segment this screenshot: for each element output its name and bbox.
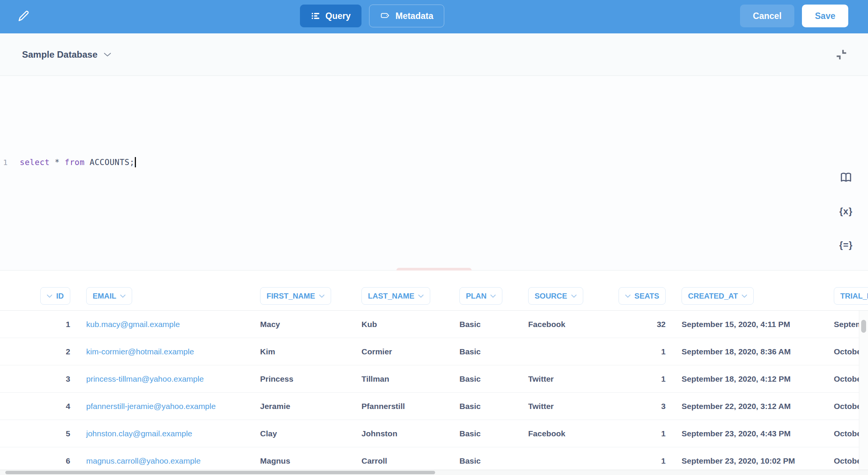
cell-id: 3 <box>23 374 76 384</box>
column-header-chip-first_name[interactable]: FIRST_NAME <box>260 287 331 305</box>
cell-email: pfannerstill-jeramie@yahoo.example <box>76 402 250 411</box>
column-label: FIRST_NAME <box>267 292 315 300</box>
results-panel: IDEMAILFIRST_NAMELAST_NAMEPLANSOURCESEAT… <box>0 271 868 475</box>
cell-id: 2 <box>23 347 76 356</box>
cell-plan: Basic <box>450 456 518 466</box>
line-number: 1 <box>3 158 8 167</box>
column-label: CREATED_AT <box>688 292 738 300</box>
column-label: SEATS <box>634 292 659 300</box>
column-label: EMAIL <box>93 292 116 300</box>
column-header-first_name: FIRST_NAME <box>250 287 352 310</box>
cell-first_name: Kim <box>250 347 352 356</box>
sql-token <box>85 158 90 167</box>
email-link[interactable]: princess-tillman@yahoo.example <box>86 374 204 383</box>
email-link[interactable]: johnston.clay@gmail.example <box>86 429 192 438</box>
cell-plan: Basic <box>450 320 518 329</box>
email-link[interactable]: kub.macy@gmail.example <box>86 320 180 329</box>
tab-metadata[interactable]: Metadata <box>369 5 444 27</box>
table-row: 4pfannerstill-jeramie@yahoo.exampleJeram… <box>0 393 868 420</box>
database-bar: Sample Database <box>0 33 868 76</box>
cancel-button[interactable]: Cancel <box>740 5 794 27</box>
column-header-plan: PLAN <box>450 287 518 310</box>
database-selector[interactable]: Sample Database <box>20 49 114 60</box>
cell-source: Facebook <box>518 320 600 329</box>
column-header-chip-id[interactable]: ID <box>40 287 70 305</box>
tab-query[interactable]: Query <box>300 5 361 27</box>
column-header-chip-plan[interactable]: PLAN <box>459 287 502 305</box>
email-link[interactable]: magnus.carroll@yahoo.example <box>86 456 200 465</box>
cell-seats: 1 <box>600 456 672 466</box>
horizontal-scrollbar <box>0 470 868 475</box>
column-header-id: ID <box>23 287 76 310</box>
email-link[interactable]: kim-cormier@hotmail.example <box>86 347 194 356</box>
list-icon <box>311 11 320 20</box>
sort-chevron-icon <box>742 294 747 298</box>
sql-editor[interactable]: 1 select * from ACCOUNTS; {x} {=} <box>0 76 868 271</box>
cell-plan: Basic <box>450 347 518 356</box>
cell-created_at: September 23, 2020, 10:02 PM <box>672 456 824 466</box>
table-body: 1kub.macy@gmail.exampleMacyKubBasicFaceb… <box>0 311 868 475</box>
column-label: TRIAL_ENDS_AT <box>840 292 868 300</box>
sql-token: ACCOUNTS; <box>90 158 134 167</box>
sort-chevron-icon <box>319 294 325 298</box>
vertical-scrollbar-thumb[interactable] <box>861 320 866 333</box>
cell-seats: 1 <box>600 429 672 438</box>
variables-icon[interactable]: {x} <box>835 200 857 223</box>
table-row: 3princess-tillman@yahoo.examplePrincessT… <box>0 365 868 393</box>
table-header-row: IDEMAILFIRST_NAMELAST_NAMEPLANSOURCESEAT… <box>0 271 868 311</box>
column-header-chip-last_name[interactable]: LAST_NAME <box>361 287 430 305</box>
editor-tabs: Query Metadata <box>300 5 444 27</box>
cell-id: 4 <box>23 402 76 411</box>
column-header-chip-trial_ends[interactable]: TRIAL_ENDS_AT <box>834 287 868 305</box>
column-label: SOURCE <box>535 292 567 300</box>
sort-chevron-icon <box>120 294 126 298</box>
cell-source: Twitter <box>518 374 600 384</box>
cell-source: Twitter <box>518 402 600 411</box>
top-actions: Cancel Save <box>740 5 848 27</box>
sql-token: from <box>65 158 85 167</box>
cell-first_name: Magnus <box>250 456 352 466</box>
save-button[interactable]: Save <box>802 5 848 27</box>
cell-created_at: September 22, 2020, 3:12 AM <box>672 402 824 411</box>
snippets-icon[interactable]: {=} <box>835 234 857 256</box>
column-header-last_name: LAST_NAME <box>352 287 450 310</box>
sql-token: * <box>55 158 60 167</box>
editor-sidebar-rail: {x} {=} <box>832 166 860 267</box>
column-label: PLAN <box>466 292 486 300</box>
column-header-chip-created_at[interactable]: CREATED_AT <box>682 287 754 305</box>
cell-email: princess-tillman@yahoo.example <box>76 374 250 384</box>
sort-chevron-icon <box>625 294 631 298</box>
tab-metadata-label: Metadata <box>395 11 433 21</box>
column-header-chip-source[interactable]: SOURCE <box>528 287 583 305</box>
cell-seats: 1 <box>600 347 672 356</box>
cell-first_name: Princess <box>250 374 352 384</box>
vertical-scrollbar <box>859 311 868 470</box>
cell-id: 1 <box>23 320 76 329</box>
horizontal-scrollbar-thumb[interactable] <box>5 471 435 474</box>
cell-last_name: Tillman <box>352 374 450 384</box>
column-header-chip-seats[interactable]: SEATS <box>619 287 666 305</box>
cell-seats: 1 <box>600 374 672 384</box>
tab-query-label: Query <box>325 11 350 21</box>
top-bar: Query Metadata Cancel Save <box>0 0 868 33</box>
cell-plan: Basic <box>450 374 518 384</box>
cell-last_name: Pfannerstill <box>352 402 450 411</box>
data-reference-book-icon[interactable] <box>835 166 857 189</box>
cell-id: 5 <box>23 429 76 438</box>
query-editor-window: Query Metadata Cancel Save Sample Databa… <box>0 0 868 475</box>
cell-first_name: Macy <box>250 320 352 329</box>
cell-email: kim-cormier@hotmail.example <box>76 347 250 356</box>
sort-chevron-icon <box>571 294 577 298</box>
text-cursor <box>135 157 136 167</box>
column-header-chip-email[interactable]: EMAIL <box>86 287 132 305</box>
cell-created_at: September 18, 2020, 8:36 AM <box>672 347 824 356</box>
cell-email: kub.macy@gmail.example <box>76 320 250 329</box>
cell-last_name: Johnston <box>352 429 450 438</box>
cell-plan: Basic <box>450 402 518 411</box>
email-link[interactable]: pfannerstill-jeramie@yahoo.example <box>86 402 216 411</box>
cell-last_name: Cormier <box>352 347 450 356</box>
cell-plan: Basic <box>450 429 518 438</box>
database-name: Sample Database <box>22 49 98 60</box>
tag-icon <box>380 11 390 21</box>
collapse-editor-button[interactable] <box>832 44 853 65</box>
